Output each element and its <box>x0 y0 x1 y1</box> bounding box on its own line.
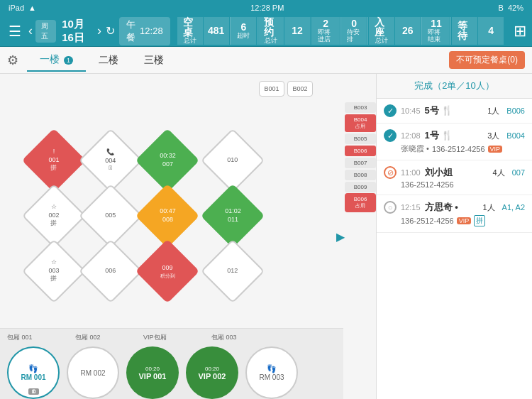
rm001-footprint: 👣 <box>28 364 38 373</box>
panel-arrow[interactable]: ▶ <box>336 230 345 244</box>
vip001-label: VIP 001 <box>139 372 167 381</box>
t002-sub: 拼 <box>51 220 57 229</box>
res4-count: 1人 <box>482 202 494 213</box>
tab-floor-1-label: 一楼 <box>40 53 60 65</box>
next-date-button[interactable]: › <box>97 23 101 38</box>
t001-icon: ! <box>53 148 55 156</box>
room-rm001[interactable]: 👣 RM 001 🗓 <box>7 346 60 399</box>
meal-block[interactable]: 午餐 12:28 <box>119 17 170 45</box>
day-of-week: 周五 <box>41 21 50 41</box>
tab-floor-3-label: 三楼 <box>144 54 164 65</box>
panel-header: 完成（2单／10人） <box>377 74 532 99</box>
table-001[interactable]: ! 001 拼 <box>22 129 87 193</box>
stat-overtime: 6 超时 <box>231 17 256 45</box>
battery-label: 42% <box>508 4 523 12</box>
panel-title: 完成（2单／10人） <box>414 80 494 91</box>
stat-divider-4 <box>340 17 341 45</box>
t003-sub: 拼 <box>51 275 57 284</box>
status-bar-right: B 42% <box>499 4 523 12</box>
room-rm002[interactable]: RM 002 <box>67 346 119 399</box>
tab-floor-1-badge: 1 <box>64 56 73 65</box>
status-bar-left: iPad ▲ <box>9 4 36 12</box>
no-reserve-button[interactable]: 不可预定餐桌(0) <box>449 51 525 69</box>
res3-detail: 136-2512-4256 <box>384 180 525 189</box>
tab-floor-1[interactable]: 一楼 1 <box>27 49 86 72</box>
vip001-timer-top: 00:20 <box>145 366 160 372</box>
table-012[interactable]: 012 <box>201 239 265 304</box>
table-b002[interactable]: B002 <box>287 81 313 97</box>
add-order-button[interactable]: ⊞ <box>514 22 526 40</box>
side-room-b008[interactable]: B008 <box>345 170 376 180</box>
room-rm003[interactable]: 👣 RM 003 <box>245 346 298 399</box>
table-005[interactable]: 005 <box>79 184 143 248</box>
meal-label: 午餐 <box>126 18 135 44</box>
reservation-item-3[interactable]: ⊘ 11:00 刘小姐 4人 007 136-2512-4256 <box>377 160 532 195</box>
room-vip002[interactable]: 00:20 VIP 002 <box>186 346 238 399</box>
table-b001[interactable]: B001 <box>259 81 284 97</box>
t006-num: 006 <box>105 267 116 275</box>
t004-phone-icon: 📞 <box>107 148 115 157</box>
side-room-b005[interactable]: B005 <box>345 133 376 144</box>
res1-check: ✓ <box>384 104 397 117</box>
side-room-b007[interactable]: B007 <box>345 158 376 168</box>
room-vip001[interactable]: 00:20 VIP 001 <box>126 346 179 399</box>
prev-date-button[interactable]: ‹ <box>28 23 33 38</box>
tab-floor-3[interactable]: 三楼 <box>131 50 177 71</box>
stat-num-reserve: 预约 <box>264 17 278 37</box>
table-006-wrapper: 006 <box>88 248 133 294</box>
res3-time: 11:00 <box>401 168 421 177</box>
t002-num: 002 <box>48 212 59 220</box>
table-002[interactable]: ☆ 002 拼 <box>22 184 87 248</box>
stat-label-reserve: 总计 <box>265 37 277 45</box>
menu-button[interactable]: ☰ <box>6 20 24 43</box>
t004-num: 004 <box>105 157 116 165</box>
t009-sub: 积分到 <box>160 272 175 278</box>
stat-reserve: 预约 总计 <box>258 17 284 45</box>
rm001-label: RM 001 <box>21 373 45 381</box>
table-009[interactable]: 009 积分到 <box>135 239 200 304</box>
stat-label-pending: 待安排 <box>347 28 361 44</box>
stat-num-wait: 等待 <box>458 21 472 40</box>
table-004[interactable]: 📞 004 🗓 <box>79 129 143 193</box>
tab-floor-2[interactable]: 二楼 <box>86 50 131 71</box>
res4-check: ○ <box>384 201 397 214</box>
refresh-button[interactable]: ↻ <box>106 24 115 38</box>
stat-total-481: 481 <box>204 17 229 45</box>
res2-check: ✓ <box>384 129 397 142</box>
settings-button[interactable]: ⚙ <box>7 53 18 68</box>
stat-num-12: 12 <box>292 26 303 35</box>
side-room-b006[interactable]: B006 <box>345 146 376 156</box>
right-panel: 完成（2单／10人） ✓ 10:45 5号 🍴 1人 B006 ✓ 12:08 … <box>376 74 532 399</box>
table-008[interactable]: 00:47 008 <box>135 184 200 248</box>
table-011[interactable]: 01:02 011 <box>201 184 265 248</box>
t003-num: 003 <box>48 267 59 275</box>
stat-label-empty: 总计 <box>184 37 196 45</box>
res2-time: 12:08 <box>401 131 421 140</box>
private-room-items: 👣 RM 001 🗓 RM 002 00:20 VIP 001 00:20 VI… <box>7 346 336 399</box>
side-room-b009[interactable]: B009 <box>345 182 376 192</box>
res2-detail: 张晓霞 • 136-2512-4256 VIP <box>384 143 525 154</box>
side-room-b004[interactable]: B004占用 <box>345 114 376 132</box>
stat-label-incoming: 即将进店 <box>318 28 334 44</box>
day-block: 周五 <box>35 20 56 43</box>
table-007[interactable]: 00:32 007 <box>135 129 200 193</box>
table-011-wrapper: 01:02 011 <box>210 193 255 239</box>
stat-divider-6 <box>421 17 422 45</box>
side-b006[interactable]: B006 占用 <box>345 193 376 212</box>
floor-plan: B001 B002 B003 B004占用 B005 B006 B007 B00… <box>0 74 376 399</box>
table-003[interactable]: ☆ 003 拼 <box>22 239 87 304</box>
res3-header: ⊘ 11:00 刘小姐 4人 007 <box>384 166 525 179</box>
stat-pending: 0 待安排 <box>341 17 367 45</box>
side-room-b003[interactable]: B003 <box>345 102 376 113</box>
table-010-wrapper: 010 <box>210 138 255 183</box>
t003-star: ☆ <box>51 258 57 267</box>
status-bar: iPad ▲ 12:28 PM B 42% <box>0 0 532 16</box>
table-010[interactable]: 010 <box>201 129 265 193</box>
reservation-item-1[interactable]: ✓ 10:45 5号 🍴 1人 B006 <box>377 99 532 124</box>
reservation-item-2[interactable]: ✓ 12:08 1号 🍴 3人 B004 张晓霞 • 136-2512-4256… <box>377 124 532 160</box>
reservation-item-4[interactable]: ○ 12:15 方思奇 • 1人 A1, A2 136-2512-4256 VI… <box>377 195 532 233</box>
res1-header: ✓ 10:45 5号 🍴 1人 B006 <box>384 104 525 117</box>
rm001-badge: 🗓 <box>28 388 39 395</box>
tab-floor-2-label: 二楼 <box>99 54 118 65</box>
table-006[interactable]: 006 <box>79 239 143 304</box>
